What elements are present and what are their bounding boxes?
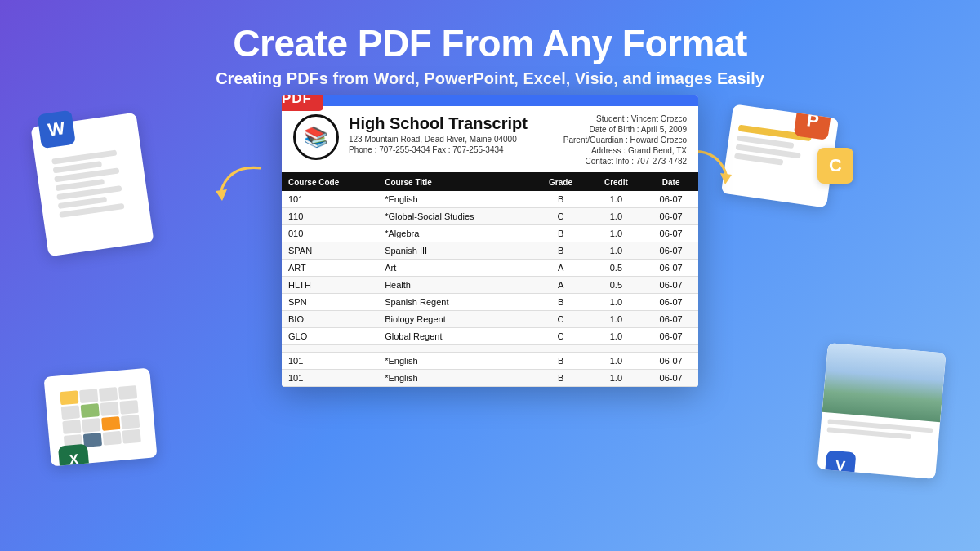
table-cell: SPN: [282, 293, 378, 310]
table-row: HLTHHealthA0.506-07: [282, 276, 698, 293]
table-cell: 1.0: [588, 293, 644, 310]
sub-title: Creating PDFs from Word, PowerPoint, Exc…: [0, 69, 980, 88]
table-cell: Global Regent: [378, 327, 532, 344]
excel-document: X: [43, 367, 157, 466]
table-cell: 0.5: [588, 276, 644, 293]
table-cell: B: [533, 293, 589, 310]
table-row: GLOGlobal RegentC1.006-07: [282, 327, 698, 344]
ppt-icon: P: [794, 104, 832, 140]
student-address: Address : Grand Bend, TX: [540, 146, 687, 155]
table-cell: Spanish III: [378, 242, 532, 259]
pdf-main-title: High School Transcript: [349, 114, 540, 133]
table-cell: 06-07: [644, 242, 698, 259]
doc-line: [51, 149, 117, 164]
col-header-code: Course Code: [282, 174, 378, 191]
table-cell: A: [533, 276, 589, 293]
table-cell: 06-07: [644, 224, 698, 242]
table-cell: B: [533, 352, 589, 369]
table-cell: 101: [282, 369, 378, 386]
pdf-header: 📚 High School Transcript 123 Mountain Ro…: [282, 106, 698, 174]
table-cell: A: [533, 259, 589, 276]
table-cell: SPAN: [282, 242, 378, 259]
transcript-table: Course Code Course Title Grade Credit Da…: [282, 174, 698, 387]
excel-icon: X: [58, 443, 90, 466]
table-cell: 1.0: [588, 327, 644, 344]
table-cell: B: [533, 191, 589, 208]
table-cell: *Global-Social Studies: [378, 207, 532, 224]
pdf-badge: PDF: [282, 95, 323, 111]
table-cell: [282, 344, 378, 352]
col-header-credit: Credit: [588, 174, 644, 191]
table-cell: Art: [378, 259, 532, 276]
visio-icon: V: [824, 450, 856, 479]
student-name: Student : Vincent Orozco: [540, 114, 687, 123]
table-cell: [588, 344, 644, 352]
arrow-left-icon: [204, 160, 270, 209]
table-cell: 010: [282, 224, 378, 242]
col-header-title: Course Title: [378, 174, 532, 191]
table-cell: 110: [282, 207, 378, 224]
table-row: SPNSpanish RegentB1.006-07: [282, 293, 698, 310]
excel-grid: [55, 380, 147, 454]
visio-document: V: [817, 343, 947, 479]
visio-image: [822, 343, 947, 422]
svg-marker-0: [216, 189, 227, 201]
table-cell: BIO: [282, 310, 378, 327]
table-cell: Biology Regent: [378, 310, 532, 327]
table-row: 101*EnglishB1.006-07: [282, 191, 698, 208]
table-cell: 1.0: [588, 207, 644, 224]
table-cell: ART: [282, 259, 378, 276]
table-cell: [533, 344, 589, 352]
table-cell: GLO: [282, 327, 378, 344]
table-cell: 06-07: [644, 259, 698, 276]
table-cell: C: [533, 310, 589, 327]
col-header-grade: Grade: [533, 174, 589, 191]
table-cell: [378, 344, 532, 352]
student-guardian: Parent/Guardian : Howard Orozco: [540, 136, 687, 144]
table-row: BIOBiology RegentC1.006-07: [282, 310, 698, 327]
table-cell: 1.0: [588, 310, 644, 327]
table-row: 101*EnglishB1.006-07: [282, 352, 698, 369]
table-cell: [644, 344, 698, 352]
table-cell: *English: [378, 191, 532, 208]
pdf-blue-bar: [282, 95, 698, 106]
table-cell: 06-07: [644, 191, 698, 208]
table-cell: B: [533, 369, 589, 386]
col-header-date: Date: [644, 174, 698, 191]
table-cell: 101: [282, 352, 378, 369]
content-area: W X: [0, 103, 980, 503]
pdf-document: PDF 📚 High School Transcript 123 Mountai…: [282, 95, 698, 387]
table-cell: B: [533, 242, 589, 259]
pdf-school-phone: Phone : 707-255-3434 Fax : 707-255-3434: [349, 145, 540, 154]
pdf-logo: 📚: [293, 114, 339, 160]
word-doc-lines: [51, 148, 133, 220]
table-cell: *English: [378, 369, 532, 386]
table-cell: 06-07: [644, 310, 698, 327]
table-cell: 06-07: [644, 369, 698, 386]
word-icon: W: [37, 109, 75, 148]
table-row: ARTArtA0.506-07: [282, 259, 698, 276]
table-cell: 1.0: [588, 352, 644, 369]
table-cell: 1.0: [588, 369, 644, 386]
table-cell: HLTH: [282, 276, 378, 293]
table-cell: Spanish Regent: [378, 293, 532, 310]
table-cell: 1.0: [588, 224, 644, 242]
pdf-student-info: Student : Vincent Orozco Date of Birth :…: [540, 114, 687, 167]
header-section: Create PDF From Any Format Creating PDFs…: [0, 0, 980, 103]
table-cell: 0.5: [588, 259, 644, 276]
table-cell: 06-07: [644, 207, 698, 224]
table-row: 101*EnglishB1.006-07: [282, 369, 698, 386]
table-cell: C: [533, 207, 589, 224]
table-cell: *English: [378, 352, 532, 369]
table-cell: 1.0: [588, 191, 644, 208]
table-cell: B: [533, 224, 589, 242]
table-row: 110*Global-Social StudiesC1.006-07: [282, 207, 698, 224]
student-contact: Contact Info : 707-273-4782: [540, 157, 687, 166]
table-cell: 1.0: [588, 242, 644, 259]
word-document: W: [30, 112, 154, 256]
svg-marker-1: [720, 173, 732, 184]
pdf-school-address: 123 Mountain Road, Dead River, Maine 040…: [349, 135, 540, 144]
table-cell: Health: [378, 276, 532, 293]
table-row: 010*AlgebraB1.006-07: [282, 224, 698, 242]
table-cell: 101: [282, 191, 378, 208]
